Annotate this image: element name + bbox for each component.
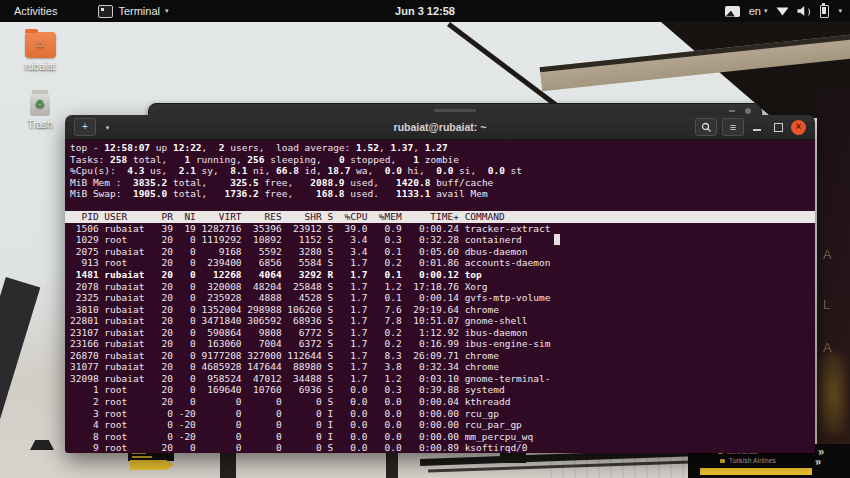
- terminal-cursor: [554, 234, 560, 245]
- tab-list-button[interactable]: ▾: [100, 119, 115, 135]
- process-row: 23107 rubaiat 20 0 590864 9808 6772 S 1.…: [70, 327, 810, 339]
- summary-line: top - 12:58:07 up 12:22, 2 users, load a…: [70, 142, 810, 154]
- process-row: 23166 rubaiat 20 0 163060 7004 6372 S 1.…: [70, 338, 810, 350]
- process-row: 913 root 20 0 239400 6856 5584 S 1.7 0.2…: [70, 257, 810, 269]
- top-summary: top - 12:58:07 up 12:22, 2 users, load a…: [70, 142, 810, 200]
- maximize-icon: [774, 123, 783, 132]
- wallpaper-letter: A: [823, 340, 832, 355]
- terminal-titlebar[interactable]: + ▾ rubaiat@rubaiat: ~ ≡ ×: [65, 115, 815, 140]
- hamburger-icon: ≡: [730, 122, 736, 133]
- wallpaper-sign-glow: [819, 352, 847, 434]
- minimize-icon: [729, 110, 735, 112]
- airline-logo-dot: [720, 459, 725, 463]
- search-icon: [701, 122, 712, 133]
- process-row: 26870 rubaiat 20 0 9177208 327000 112644…: [70, 350, 810, 362]
- battery-icon[interactable]: [820, 5, 829, 18]
- desktop-icon-trash[interactable]: ♻ Trash: [12, 90, 68, 130]
- summary-line: MiB Mem : 3835.2 total, 325.5 free, 2088…: [70, 177, 810, 189]
- process-row: 31077 rubaiat 20 0 4685928 147644 88980 …: [70, 361, 810, 373]
- desktop-icon-home[interactable]: ⌂ rubaiat: [12, 32, 68, 72]
- new-tab-button[interactable]: +: [74, 118, 96, 136]
- process-row: 22801 rubaiat 20 0 3471840 306592 68936 …: [70, 315, 810, 327]
- trash-icon: ♻: [29, 90, 51, 116]
- terminal-window: + ▾ rubaiat@rubaiat: ~ ≡ ×: [65, 115, 815, 453]
- wallpaper-beam-foot: [30, 440, 54, 450]
- process-table-header: PID USER PR NI VIRT RES SHR S %CPU %MEM …: [65, 211, 815, 223]
- close-icon: [745, 108, 751, 114]
- plus-icon: +: [82, 122, 88, 132]
- home-emblem-icon: ⌂: [25, 37, 56, 49]
- chevron-right-icon: »: [814, 457, 821, 467]
- chevron-down-icon: ▾: [764, 7, 768, 15]
- summary-line: Tasks: 258 total, 1 running, 256 sleepin…: [70, 154, 810, 166]
- process-row: 9 root 20 0 0 0 0 S 0.0 0.0 0:00.89 ksof…: [70, 442, 810, 453]
- chevron-down-icon: ▾: [165, 7, 169, 15]
- app-menu-label: Terminal: [118, 5, 160, 17]
- process-row: 8 root 0 -20 0 0 0 I 0.0 0.0 0:00.00 mm_…: [70, 431, 810, 443]
- wallpaper-letter: L: [823, 297, 830, 312]
- chevron-down-icon: ▾: [106, 124, 110, 131]
- terminal-output[interactable]: top - 12:58:07 up 12:22, 2 users, load a…: [65, 140, 815, 453]
- minimize-icon: [753, 129, 761, 131]
- wallpaper-post: [386, 452, 398, 478]
- minimize-button[interactable]: [749, 119, 765, 135]
- process-row: 3810 rubaiat 20 0 1352004 298988 106260 …: [70, 304, 810, 316]
- screenshot-indicator-icon[interactable]: [725, 6, 740, 17]
- wallpaper-yellow-arrow: [130, 460, 174, 470]
- yellow-sign-bar: [700, 468, 812, 475]
- wallpaper-letter: A: [823, 247, 832, 262]
- volume-icon[interactable]: [797, 6, 811, 16]
- process-row: 2325 rubaiat 20 0 235928 4888 4528 S 1.7…: [70, 292, 810, 304]
- desktop-icon-label: rubaiat: [12, 61, 68, 72]
- process-row: 4 root 0 -20 0 0 0 I 0.0 0.0 0:00.00 rcu…: [70, 419, 810, 431]
- summary-line: MiB Swap: 1905.0 total, 1736.2 free, 168…: [70, 188, 810, 200]
- blank-line: [70, 200, 810, 212]
- desktop-icon-label: Trash: [12, 119, 68, 130]
- wifi-icon[interactable]: [776, 7, 788, 16]
- system-menu-caret-icon[interactable]: ▾: [838, 7, 842, 15]
- window-title: rubaiat@rubaiat: ~: [394, 121, 487, 133]
- process-row: 32098 rubaiat 20 0 958524 47012 34488 S …: [70, 373, 810, 385]
- close-icon: ×: [796, 122, 802, 132]
- process-row: 2 root 20 0 0 0 0 S 0.0 0.0 0:00.04 kthr…: [70, 396, 810, 408]
- process-table: 1506 rubaiat 39 19 1282716 35396 23912 S…: [70, 223, 810, 453]
- home-folder-icon: ⌂: [25, 32, 56, 58]
- recycle-icon: ♻: [29, 98, 51, 111]
- process-row: 1 root 20 0 169640 10760 6936 S 0.0 0.3 …: [70, 384, 810, 396]
- process-row: 1029 root 20 0 1119292 10892 1152 S 3.4 …: [70, 234, 810, 246]
- close-button[interactable]: ×: [791, 120, 806, 135]
- summary-line: %Cpu(s): 4.3 us, 2.1 sy, 8.1 ni, 66.8 id…: [70, 165, 810, 177]
- maximize-button[interactable]: [770, 119, 786, 135]
- desktop: A L A Lufthansa Turkish Airlines » »: [0, 0, 850, 478]
- process-row: 2075 rubaiat 20 0 9168 5592 3280 S 3.4 0…: [70, 246, 810, 258]
- airline-sign-row: Turkish Airlines: [720, 457, 776, 464]
- search-button[interactable]: [695, 118, 717, 136]
- airline-sign-label: Turkish Airlines: [729, 457, 776, 464]
- process-row: 2078 rubaiat 20 0 320008 48204 25848 S 1…: [70, 281, 810, 293]
- process-row: 1481 rubaiat 20 0 12268 4064 3292 R 1.7 …: [70, 269, 810, 281]
- wallpaper-post: [220, 450, 236, 478]
- activities-button[interactable]: Activities: [10, 5, 61, 17]
- clock[interactable]: Jun 3 12:58: [395, 5, 455, 17]
- process-row: 1506 rubaiat 39 19 1282716 35396 23912 S…: [70, 223, 810, 235]
- keyboard-layout-label: en: [749, 5, 761, 17]
- menu-button[interactable]: ≡: [722, 118, 744, 136]
- keyboard-layout-menu[interactable]: en ▾: [749, 5, 768, 17]
- background-window-title-hint: [434, 109, 476, 112]
- terminal-app-icon: [98, 5, 113, 18]
- app-menu[interactable]: Terminal ▾: [98, 5, 168, 18]
- process-row: 3 root 0 -20 0 0 0 I 0.0 0.0 0:00.00 rcu…: [70, 408, 810, 420]
- top-bar: Activities Terminal ▾ Jun 3 12:58 en ▾ ▾: [0, 0, 850, 22]
